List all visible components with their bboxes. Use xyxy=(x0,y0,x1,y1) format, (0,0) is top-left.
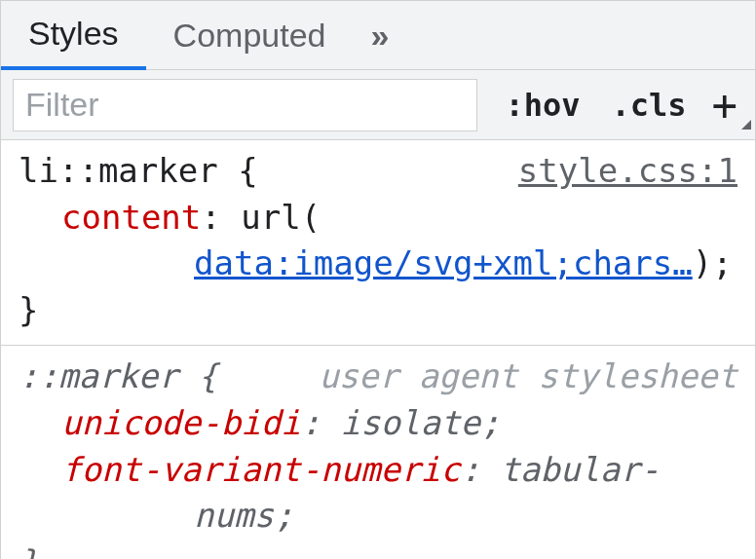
rule-header: ::marker { user agent stylesheet xyxy=(19,354,737,400)
tab-computed[interactable]: Computed xyxy=(146,1,354,69)
close-brace: } xyxy=(19,290,38,329)
filter-input[interactable] xyxy=(13,79,477,131)
close-brace-line: } xyxy=(19,540,737,559)
css-property-name[interactable]: unicode-bidi xyxy=(61,403,301,442)
semicolon: ; xyxy=(480,403,500,442)
css-url-fn: url( xyxy=(241,198,321,237)
css-declaration[interactable]: content: url( xyxy=(19,195,737,242)
tab-overflow-button[interactable]: » xyxy=(353,1,406,69)
plus-icon: + xyxy=(712,80,738,130)
css-selector[interactable]: li::marker xyxy=(19,151,218,190)
css-property-name[interactable]: font-variant-numeric xyxy=(61,450,460,489)
colon: : xyxy=(460,450,479,489)
open-brace: { xyxy=(198,356,217,395)
css-declaration[interactable]: unicode-bidi: isolate; xyxy=(19,400,737,447)
styles-panel: Styles Computed » :hov .cls + li::marker… xyxy=(0,0,756,559)
colon: : xyxy=(201,198,220,237)
close-paren: ) xyxy=(693,243,712,282)
css-declaration-continuation: nums; xyxy=(19,493,737,540)
css-property-name[interactable]: content xyxy=(61,198,201,237)
css-declaration[interactable]: font-variant-numeric: tabular- xyxy=(19,447,737,494)
semicolon: ; xyxy=(274,496,293,535)
semicolon: ; xyxy=(712,243,732,282)
new-style-rule-button[interactable]: + xyxy=(702,70,756,139)
rule-header: li::marker { style.css:1 xyxy=(19,148,737,195)
url-link[interactable]: data:image/svg+xml;chars… xyxy=(194,243,693,282)
styles-tabbar: Styles Computed » xyxy=(1,0,755,70)
css-property-value[interactable]: isolate xyxy=(341,403,480,442)
css-rule-block-ua[interactable]: ::marker { user agent stylesheet unicode… xyxy=(1,346,755,559)
close-brace: } xyxy=(19,542,38,559)
close-brace-line: } xyxy=(19,287,737,334)
css-selector[interactable]: ::marker xyxy=(19,356,178,395)
css-property-value-cont: nums xyxy=(194,496,274,535)
source-link[interactable]: style.css:1 xyxy=(518,148,737,195)
css-property-value[interactable]: tabular- xyxy=(500,450,660,489)
styles-toolbar: :hov .cls + xyxy=(1,70,755,140)
open-brace: { xyxy=(238,151,257,190)
ua-stylesheet-label: user agent stylesheet xyxy=(319,354,737,400)
tab-styles[interactable]: Styles xyxy=(1,2,146,70)
cls-button[interactable]: .cls xyxy=(595,70,701,139)
css-rule-block[interactable]: li::marker { style.css:1 content: url( d… xyxy=(1,140,755,346)
hov-button[interactable]: :hov xyxy=(489,70,595,139)
colon: : xyxy=(301,403,321,442)
css-declaration-continuation: data:image/svg+xml;chars…); xyxy=(19,241,737,287)
dropdown-triangle-icon xyxy=(741,120,751,130)
